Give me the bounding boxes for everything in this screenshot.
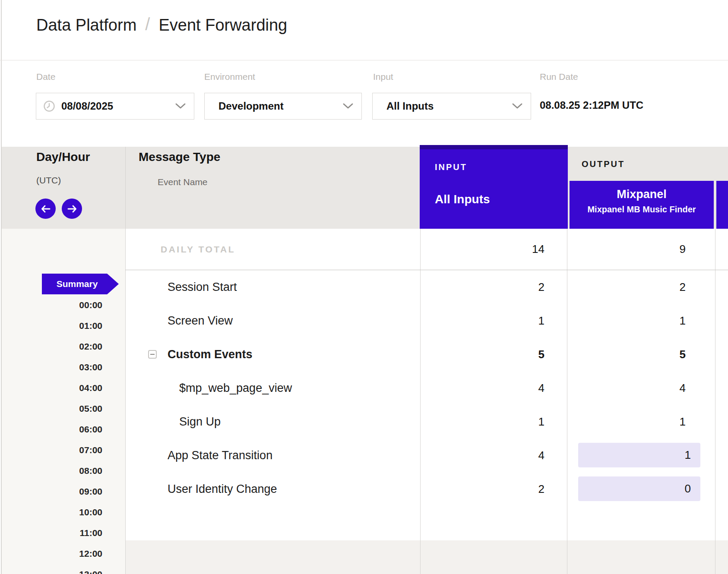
hour-row-06[interactable]: 06:00 — [2, 419, 102, 440]
output-count: 1 — [570, 405, 686, 438]
chevron-down-icon — [342, 103, 354, 110]
output-subtitle: Mixpanel MB Music Finder — [570, 205, 714, 214]
input-count: 2 — [420, 472, 544, 506]
output-count: 2 — [570, 270, 686, 304]
output-count-highlighted: 0 — [578, 476, 700, 501]
breadcrumb-section[interactable]: Data Platform — [36, 16, 136, 35]
header-divider — [0, 60, 728, 60]
input-count: 1 — [420, 405, 544, 438]
arrow-right-icon — [67, 205, 77, 213]
daily-total-input-value: 14 — [420, 229, 544, 270]
chevron-down-icon — [512, 103, 523, 110]
input-filter-label: Input — [373, 72, 393, 82]
input-count: 4 — [420, 438, 544, 472]
daily-total-row: DAILY TOTAL 14 9 — [125, 229, 728, 270]
table-row: App State Transition 4 1 — [125, 438, 728, 472]
daily-total-label: DAILY TOTAL — [161, 229, 235, 270]
table-row: Session Start 2 2 — [125, 270, 728, 304]
hour-row-01[interactable]: 01:00 — [2, 315, 102, 336]
table-row: Sign Up 1 1 — [125, 405, 728, 438]
input-count: 2 — [420, 270, 544, 304]
event-name: $mp_web_page_view — [179, 371, 292, 405]
input-column-header[interactable]: INPUT All Inputs — [420, 145, 568, 229]
hour-row-04[interactable]: 04:00 — [2, 378, 102, 398]
event-name: App State Transition — [168, 438, 272, 472]
hour-row-02[interactable]: 02:00 — [2, 336, 102, 357]
summary-tab[interactable]: Summary — [42, 274, 107, 294]
hour-row-03[interactable]: 03:00 — [2, 357, 102, 378]
environment-dropdown[interactable]: Development — [204, 93, 362, 120]
next-day-button[interactable] — [62, 199, 82, 219]
event-name: User Identity Change — [168, 472, 277, 506]
input-count: 4 — [420, 371, 544, 405]
output-name: Mixpanel — [570, 188, 714, 201]
input-count: 1 — [420, 304, 544, 337]
daily-total-output-value: 9 — [570, 229, 686, 270]
summary-tab-label: Summary — [42, 274, 107, 294]
table-row: $mp_web_page_view 4 4 — [125, 371, 728, 405]
page-title: Event Forwarding — [158, 16, 287, 35]
output-count: 5 — [570, 337, 686, 371]
hour-row-00[interactable]: 00:00 — [2, 295, 102, 315]
chevron-down-icon — [175, 103, 186, 110]
breadcrumb-separator: / — [145, 15, 150, 34]
previous-day-button[interactable] — [35, 199, 56, 219]
date-filter-label: Date — [36, 72, 55, 82]
event-forwarding-page: Data Platform / Event Forwarding Date En… — [0, 0, 728, 574]
output-section-label: OUTPUT — [582, 159, 625, 169]
breadcrumb: Data Platform / Event Forwarding — [36, 16, 287, 35]
output-column-header-mixpanel[interactable]: Mixpanel Mixpanel MB Music Finder — [570, 181, 714, 229]
date-dropdown[interactable]: 08/08/2025 — [36, 93, 194, 120]
output-column-header-next-partial[interactable] — [716, 181, 728, 229]
summary-arrow-tip-icon — [107, 274, 119, 294]
output-count: 1 — [570, 304, 686, 337]
minus-icon — [150, 354, 155, 355]
output-count-highlighted: 1 — [578, 443, 700, 467]
table-row: User Identity Change 2 0 — [125, 472, 728, 506]
event-name: Sign Up — [179, 405, 221, 438]
event-name: Custom Events — [168, 337, 253, 371]
event-name: Session Start — [168, 270, 237, 304]
hour-row-12[interactable]: 12:00 — [2, 543, 102, 564]
hour-row-11[interactable]: 11:00 — [2, 523, 102, 543]
input-dropdown[interactable]: All Inputs — [372, 93, 531, 120]
day-hour-timezone: (UTC) — [36, 175, 61, 186]
clock-icon — [43, 100, 55, 112]
hour-row-05[interactable]: 05:00 — [2, 398, 102, 419]
arrow-left-icon — [41, 205, 51, 213]
input-value: All Inputs — [386, 100, 434, 112]
hour-row-10[interactable]: 10:00 — [2, 502, 102, 523]
date-value: 08/08/2025 — [61, 100, 113, 112]
input-header-name: All Inputs — [435, 192, 490, 206]
input-count: 5 — [420, 337, 544, 371]
run-date-value: 08.08.25 2:12PM UTC — [540, 99, 643, 111]
event-name: Screen View — [168, 304, 233, 337]
input-header-label: INPUT — [435, 162, 467, 172]
message-type-column-title: Message Type — [139, 150, 220, 164]
hour-row-08[interactable]: 08:00 — [2, 460, 102, 481]
day-hour-column-title: Day/Hour — [36, 150, 90, 164]
hour-row-09[interactable]: 09:00 — [2, 481, 102, 502]
output-count: 4 — [570, 371, 686, 405]
hour-row-13[interactable]: 13:00 — [2, 564, 102, 574]
table-footer-background — [125, 540, 728, 574]
run-date-label: Run Date — [540, 72, 578, 82]
table-row: Screen View 1 1 — [125, 304, 728, 337]
hour-row-07[interactable]: 07:00 — [2, 440, 102, 460]
environment-value: Development — [218, 100, 284, 112]
collapse-icon[interactable] — [148, 350, 157, 359]
environment-filter-label: Environment — [204, 72, 255, 82]
table-row-custom-events: Custom Events 5 5 — [125, 337, 728, 371]
event-name-column-subtitle: Event Name — [158, 177, 208, 187]
